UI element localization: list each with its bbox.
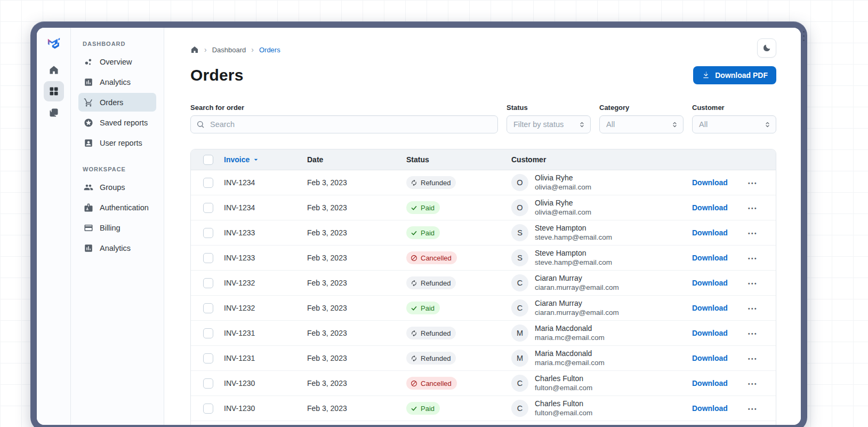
row-download-link[interactable]: Download xyxy=(692,279,728,287)
select-status[interactable]: Filter by status xyxy=(507,115,591,133)
row-menu-button[interactable]: ••• xyxy=(748,381,758,387)
search-field[interactable] xyxy=(190,115,498,133)
row-download-link[interactable]: Download xyxy=(692,404,728,413)
status-chip-cancelled: Cancelled xyxy=(406,251,457,264)
row-download-link[interactable]: Download xyxy=(692,203,728,212)
avatar: M xyxy=(511,350,528,367)
row-checkbox[interactable] xyxy=(203,353,213,363)
table-row: INV-1233 Feb 3, 2023 Cancelled S Steve H… xyxy=(191,246,776,271)
avatar: S xyxy=(511,224,528,241)
row-checkbox[interactable] xyxy=(203,228,213,238)
groups-icon xyxy=(84,183,93,192)
mui-logo[interactable] xyxy=(46,35,62,51)
refresh-icon xyxy=(411,330,417,337)
home-icon[interactable] xyxy=(190,45,199,54)
unfold-more-icon xyxy=(763,121,771,129)
row-menu-button[interactable]: ••• xyxy=(748,306,758,312)
rail-button-home-icon[interactable] xyxy=(44,60,64,80)
row-menu-button[interactable]: ••• xyxy=(748,406,758,412)
sidebar-item-analytics[interactable]: Analytics xyxy=(78,239,156,257)
column-header-customer: Customer xyxy=(507,155,692,164)
row-download-link[interactable]: Download xyxy=(692,354,728,362)
bar-chart-icon xyxy=(84,77,93,87)
moon-icon xyxy=(762,43,771,53)
table-row: INV-1231 Feb 3, 2023 Refunded M Maria Ma… xyxy=(191,321,776,346)
row-menu-button[interactable]: ••• xyxy=(748,356,758,362)
app-window: DASHBOARDOverviewAnalyticsOrdersSaved re… xyxy=(30,21,807,427)
table-row xyxy=(191,421,776,425)
check-icon xyxy=(411,305,417,312)
status-chip-refunded: Refunded xyxy=(406,176,456,189)
sidebar-item-user-reports[interactable]: User reports xyxy=(78,133,156,152)
row-download-link[interactable]: Download xyxy=(692,228,728,237)
row-menu-button[interactable]: ••• xyxy=(748,205,758,211)
check-icon xyxy=(411,230,417,236)
avatar: M xyxy=(511,325,528,342)
table-row: INV-1234 Feb 3, 2023 Paid O Olivia Ryhe … xyxy=(191,195,776,220)
person-box-icon xyxy=(84,138,93,148)
avatar: O xyxy=(511,199,528,216)
row-checkbox[interactable] xyxy=(203,278,213,288)
select-category[interactable]: All xyxy=(599,115,684,133)
page-title: Orders xyxy=(190,66,244,84)
table-row: INV-1232 Feb 3, 2023 Refunded C Ciaran M… xyxy=(191,271,776,296)
sidebar-item-analytics[interactable]: Analytics xyxy=(78,73,156,91)
avatar: S xyxy=(511,249,528,266)
table-row: INV-1231 Feb 3, 2023 Refunded M Maria Ma… xyxy=(191,346,776,371)
row-menu-button[interactable]: ••• xyxy=(748,281,758,287)
row-checkbox[interactable] xyxy=(203,178,213,188)
block-icon xyxy=(411,255,417,262)
select-customer[interactable]: All xyxy=(692,115,776,133)
chevron-right-icon: › xyxy=(251,46,254,53)
rail-button-layers-icon[interactable] xyxy=(44,102,64,123)
sidebar-item-orders[interactable]: Orders xyxy=(78,93,156,112)
row-checkbox[interactable] xyxy=(203,404,213,414)
row-checkbox[interactable] xyxy=(203,378,213,389)
row-menu-button[interactable]: ••• xyxy=(748,231,758,236)
row-download-link[interactable]: Download xyxy=(692,329,728,337)
avatar: C xyxy=(511,375,528,392)
window-scrollbar[interactable] xyxy=(802,31,806,41)
row-menu-button[interactable]: ••• xyxy=(748,256,758,262)
row-checkbox[interactable] xyxy=(203,203,213,213)
breadcrumb-dashboard[interactable]: Dashboard xyxy=(212,46,246,54)
dark-mode-toggle[interactable] xyxy=(757,38,776,58)
select-all-checkbox[interactable] xyxy=(203,155,213,165)
table-body: INV-1234 Feb 3, 2023 Refunded O Olivia R… xyxy=(191,170,776,425)
row-checkbox[interactable] xyxy=(203,303,213,313)
search-input[interactable] xyxy=(209,120,492,129)
sidebar-item-authentication[interactable]: Authentication xyxy=(78,198,156,217)
row-download-link[interactable]: Download xyxy=(692,379,728,388)
avatar: C xyxy=(511,299,528,317)
table-row: INV-1232 Feb 3, 2023 Paid C Ciaran Murra… xyxy=(191,296,776,321)
check-icon xyxy=(411,405,417,412)
row-menu-button[interactable]: ••• xyxy=(748,180,758,186)
unfold-more-icon xyxy=(578,121,586,129)
rail-button-dashboard-grid-icon[interactable] xyxy=(44,81,64,101)
column-header-invoice[interactable]: Invoice xyxy=(224,155,307,164)
row-download-link[interactable]: Download xyxy=(692,254,728,262)
icon-rail xyxy=(37,28,71,425)
status-chip-paid: Paid xyxy=(406,201,440,214)
breadcrumb-orders: Orders xyxy=(259,46,280,54)
row-checkbox[interactable] xyxy=(203,253,213,263)
row-download-link[interactable]: Download xyxy=(692,178,728,187)
sidebar-item-overview[interactable]: Overview xyxy=(78,52,156,71)
sidebar-item-saved-reports[interactable]: Saved reports xyxy=(78,113,156,132)
refresh-icon xyxy=(411,355,417,362)
download-pdf-button[interactable]: Download PDF xyxy=(693,66,776,84)
search-label: Search for order xyxy=(190,104,498,112)
sidebar-item-billing[interactable]: Billing xyxy=(78,218,156,237)
sort-arrow-icon xyxy=(252,155,260,164)
sidebar-item-groups[interactable]: Groups xyxy=(78,178,156,196)
row-checkbox[interactable] xyxy=(203,328,213,338)
shopping-cart-icon xyxy=(84,98,93,107)
status-chip-cancelled: Cancelled xyxy=(406,377,457,390)
bubble-chart-icon xyxy=(84,57,93,67)
row-menu-button[interactable]: ••• xyxy=(748,331,758,337)
filter-label-status: Status xyxy=(507,104,591,112)
row-download-link[interactable]: Download xyxy=(692,304,728,312)
search-icon xyxy=(196,120,205,129)
avatar: C xyxy=(511,400,528,417)
column-header-status: Status xyxy=(406,155,507,164)
